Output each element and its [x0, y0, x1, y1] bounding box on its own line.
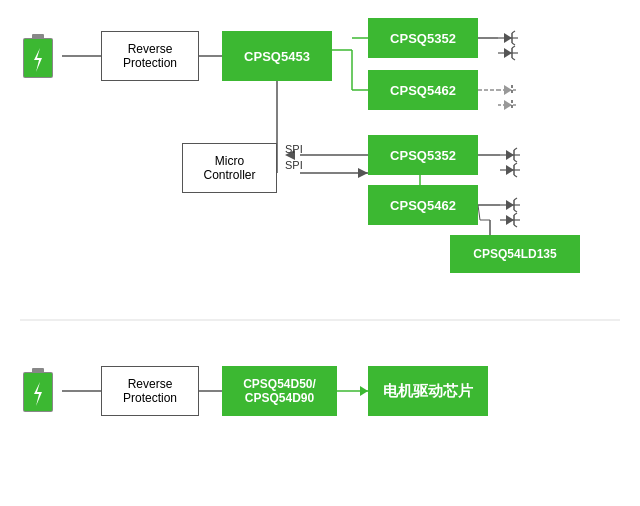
motor-driver-box: 电机驱动芯片 [368, 366, 488, 416]
battery-bottom [20, 364, 56, 416]
cpsq5462-mid-box: CPSQ5462 [368, 185, 478, 225]
spi-top-label: SPI [285, 143, 303, 155]
cpsq54d50-90-box: CPSQ54D50/ CPSQ54D90 [222, 366, 337, 416]
cpsq5453-box: CPSQ5453 [222, 31, 332, 81]
micro-controller-box: Micro Controller [182, 143, 277, 193]
cpsq54ld135-box: CPSQ54LD135 [450, 235, 580, 273]
spi-bottom-label: SPI [285, 159, 303, 171]
cpsq5352-mid-box: CPSQ5352 [368, 135, 478, 175]
reverse-protection-top: Reverse Protection [101, 31, 199, 81]
reverse-protection-bottom: Reverse Protection [101, 366, 199, 416]
diagram: Reverse Protection CPSQ5453 CPSQ5352 CPS… [0, 0, 640, 506]
battery-top [20, 30, 56, 82]
cpsq5352-top-box: CPSQ5352 [368, 18, 478, 58]
cpsq5462-top-box: CPSQ5462 [368, 70, 478, 110]
